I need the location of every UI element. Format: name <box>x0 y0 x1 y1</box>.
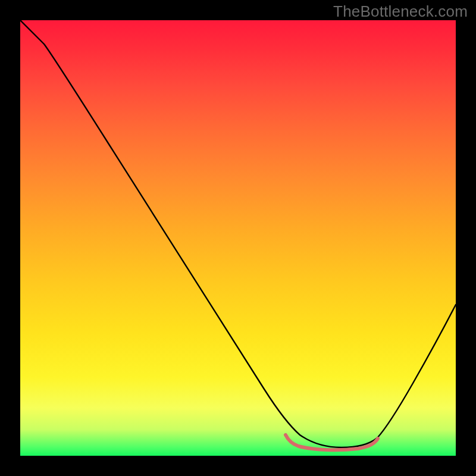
optimal-zone-marker-line <box>286 435 378 450</box>
chart-frame: TheBottleneck.com <box>0 0 476 476</box>
watermark-text: TheBottleneck.com <box>333 2 468 21</box>
bottleneck-curve-line <box>20 20 456 447</box>
gradient-plot-area <box>20 20 456 456</box>
chart-svg <box>20 20 456 456</box>
